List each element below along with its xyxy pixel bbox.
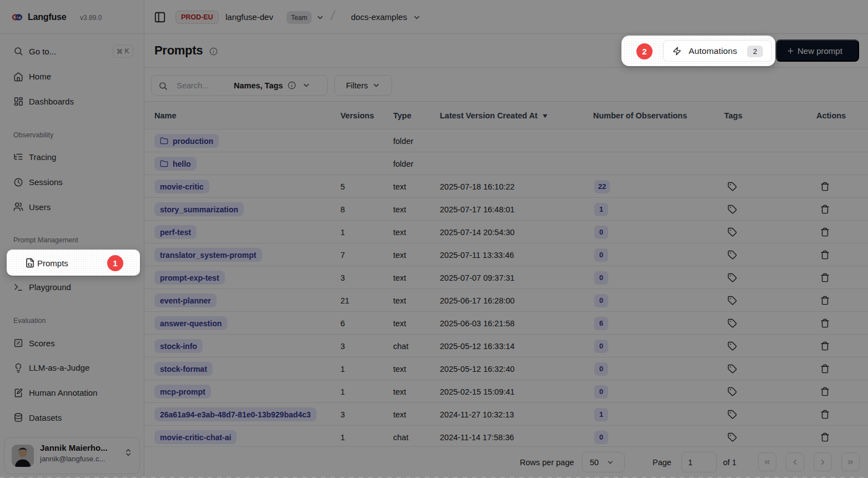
trash-icon[interactable] [820, 318, 830, 328]
sidebar-item-dashboards[interactable]: Dashboards [4, 91, 140, 111]
prompt-name-badge[interactable]: event-planner [154, 293, 217, 307]
trash-icon[interactable] [820, 296, 830, 305]
rows-per-page-select[interactable]: 50 [582, 452, 625, 472]
sidebar-toggle-icon[interactable] [154, 11, 166, 23]
table-row[interactable]: prompt-exp-test3text2025-07-07 09:37:310 [144, 266, 868, 289]
sidebar-item-home[interactable]: Home [4, 67, 140, 87]
tag-icon[interactable] [727, 205, 737, 214]
trash-icon[interactable] [820, 410, 830, 419]
table-row[interactable]: movie-critic-chat-ai1chat2024-11-14 17:5… [144, 426, 868, 449]
table-row[interactable]: answer-question6text2025-06-03 16:21:586 [144, 312, 868, 335]
sidebar-item-human-annotation[interactable]: Human Annotation [4, 383, 140, 403]
prompt-name-badge[interactable]: stock-info [154, 339, 203, 353]
tag-icon[interactable] [727, 182, 737, 191]
observations-count-badge: 1 [594, 203, 608, 216]
trash-icon[interactable] [820, 250, 830, 260]
table-row[interactable]: stock-info3chat2025-05-12 16:33:140 [144, 335, 868, 357]
column-header-name[interactable]: Name [154, 102, 177, 130]
prompt-name-badge[interactable]: 26a61a94-e3ab-48d7-81e0-13b929bad4c3 [154, 407, 317, 421]
tag-icon[interactable] [727, 432, 737, 442]
tag-icon[interactable] [727, 296, 737, 305]
versions-cell: 7 [340, 243, 345, 266]
table-row[interactable]: mcp-prompt1text2025-02-15 15:09:410 [144, 380, 868, 403]
prompt-name: prompt-exp-test [160, 273, 219, 282]
sidebar-item-scores[interactable]: Scores [4, 333, 140, 353]
table-row[interactable]: hellofolder [144, 152, 868, 175]
prompt-name-badge[interactable]: mcp-prompt [154, 385, 211, 399]
tag-icon[interactable] [727, 227, 737, 237]
last-page-button[interactable] [841, 452, 860, 471]
column-header-tags[interactable]: Tags [724, 102, 742, 130]
prompt-name: 26a61a94-e3ab-48d7-81e0-13b929bad4c3 [160, 410, 311, 419]
trash-icon[interactable] [820, 273, 830, 282]
table-row[interactable]: productionfolder [144, 130, 868, 152]
first-page-button[interactable] [758, 452, 776, 471]
breadcrumb-project[interactable]: docs-examples [351, 12, 407, 22]
sidebar-item-tracing[interactable]: Tracing [4, 147, 140, 167]
trash-icon[interactable] [820, 432, 830, 442]
chevron-down-icon[interactable] [316, 13, 324, 22]
prompt-name: stock-info [160, 342, 197, 351]
filters-button[interactable]: Filters [334, 75, 392, 96]
prompt-name-badge[interactable]: hello [154, 157, 197, 171]
next-page-button[interactable] [814, 452, 832, 471]
trash-icon[interactable] [820, 387, 830, 396]
previous-page-button[interactable] [786, 452, 804, 471]
prompt-name-badge[interactable]: prompt-exp-test [154, 271, 225, 285]
tag-icon[interactable] [727, 364, 737, 374]
table-row[interactable]: story_summarization8text2025-07-17 16:48… [144, 198, 868, 221]
sidebar-item-llm-as-a-judge[interactable]: LLM-as-a-Judge [4, 358, 140, 378]
automations-button[interactable]: Automations 2 [663, 40, 772, 62]
trash-icon[interactable] [820, 205, 830, 214]
prompt-name-badge[interactable]: translator_system-prompt [154, 248, 262, 262]
column-header-latest-version-created-at[interactable]: Latest Version Created At [440, 102, 548, 130]
prompt-name-badge[interactable]: movie-critic [154, 180, 209, 193]
tag-icon[interactable] [727, 410, 737, 419]
tag-icon[interactable] [727, 318, 737, 328]
latest-version-created-at-cell: 2025-07-14 20:54:30 [440, 221, 515, 243]
table-row[interactable]: movie-critic5text2025-07-18 16:10:2222 [144, 175, 868, 198]
sidebar-item-sessions[interactable]: Sessions [4, 172, 140, 192]
search-scope-select[interactable]: Names, Tags [234, 76, 310, 95]
prompt-name-badge[interactable]: production [154, 134, 219, 148]
table-row[interactable]: stock-format1text2025-05-12 16:32:400 [144, 357, 868, 380]
prompt-name-badge[interactable]: stock-format [154, 362, 213, 376]
folder-icon [160, 160, 168, 168]
user-menu[interactable]: Jannik Maierho... jannik@langfuse.c... [4, 437, 140, 474]
sidebar-item-datasets[interactable]: Datasets [4, 407, 140, 427]
sidebar-item-users[interactable]: Users [4, 197, 140, 217]
tag-icon[interactable] [727, 273, 737, 282]
sidebar: Langfuse v3.89.0 Go to... K HomeDashboar… [0, 0, 144, 478]
page-number-input[interactable]: 1 [681, 452, 717, 472]
prompt-name-badge[interactable]: movie-critic-chat-ai [154, 430, 237, 444]
column-header-type[interactable]: Type [393, 102, 412, 130]
trash-icon[interactable] [820, 364, 830, 374]
column-header-number-of-observations[interactable]: Number of Observations [593, 102, 687, 130]
sidebar-item-label: Human Annotation [29, 388, 97, 397]
prompt-name-badge[interactable]: story_summarization [154, 202, 244, 216]
table-row[interactable]: 26a61a94-e3ab-48d7-81e0-13b929bad4c33tex… [144, 403, 868, 426]
trash-icon[interactable] [820, 341, 830, 351]
environment-badge[interactable]: PROD-EU [175, 11, 219, 24]
info-icon[interactable] [209, 47, 218, 56]
folder-icon [160, 137, 168, 145]
trash-icon[interactable] [820, 182, 830, 191]
tag-icon[interactable] [727, 341, 737, 351]
breadcrumb-organization[interactable]: langfuse-dev [225, 12, 273, 22]
table-row[interactable]: event-planner21text2025-06-17 16:28:000 [144, 289, 868, 312]
latest-version-created-at-cell: 2025-07-07 09:37:31 [440, 266, 515, 289]
table-row[interactable]: translator_system-prompt7text2025-07-11 … [144, 243, 868, 266]
trash-icon[interactable] [820, 227, 830, 237]
new-prompt-button[interactable]: New prompt [776, 39, 859, 62]
chevron-down-icon[interactable] [413, 13, 421, 22]
sidebar-item-playground[interactable]: Playground [4, 277, 140, 297]
column-header-versions[interactable]: Versions [340, 102, 374, 130]
tag-icon[interactable] [727, 387, 737, 396]
search-input[interactable]: Search... Names, Tags [151, 75, 328, 96]
prompt-name-badge[interactable]: answer-question [154, 316, 227, 330]
table-row[interactable]: perf-test1text2025-07-14 20:54:300 [144, 221, 868, 243]
tag-icon[interactable] [727, 250, 737, 260]
sort-desc-icon [542, 113, 548, 119]
prompt-name-badge[interactable]: perf-test [154, 225, 197, 239]
prompt-name: answer-question [160, 319, 222, 328]
